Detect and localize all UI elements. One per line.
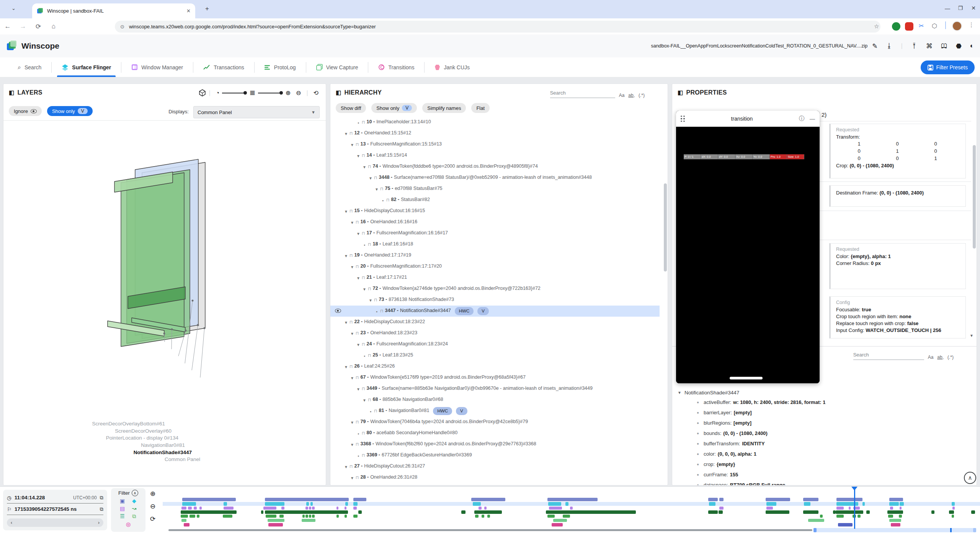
timeline-segment-protolog[interactable] bbox=[353, 515, 358, 518]
transition-overlay-window[interactable]: transition ⓘ — P: 0 / 1dX: 0.0dY: 0.0Xv:… bbox=[676, 111, 820, 383]
layer-label[interactable]: Common Panel bbox=[165, 456, 200, 462]
tree-row[interactable]: ▼⊓12 -OneHanded:15:15#12 bbox=[330, 128, 660, 139]
match-word-icon[interactable]: ab, bbox=[937, 355, 944, 360]
timeline-segment-screen-recording[interactable] bbox=[182, 498, 236, 501]
tab-transactions[interactable]: Transactions bbox=[193, 57, 254, 77]
timeline-segment-protolog[interactable] bbox=[952, 515, 954, 518]
tree-row[interactable]: ●⊓80 -ace6abb SecondaryHomeHandle0#80 bbox=[330, 428, 660, 439]
pin-icon[interactable]: ⊓ bbox=[350, 252, 353, 259]
copy-icon[interactable]: ⧉ bbox=[100, 495, 103, 501]
hierarchy-chip[interactable]: Flat bbox=[471, 103, 490, 113]
tab-transitions[interactable]: Transitions bbox=[368, 57, 424, 77]
timeline-segment-screen-recording[interactable] bbox=[889, 498, 903, 501]
tree-row[interactable]: ▼⊓20 -FullscreenMagnification:17:17#20 bbox=[330, 261, 660, 272]
hierarchy-search[interactable]: Search Aa ab, (.*) bbox=[550, 90, 645, 98]
timeline-segment-transitions[interactable] bbox=[552, 523, 563, 526]
tree-row[interactable]: ▼⊓21 -Leaf:17:17#21 bbox=[330, 272, 660, 283]
timeline-refresh-icon[interactable]: ⟳ bbox=[150, 515, 155, 523]
forward-icon[interactable]: → bbox=[15, 23, 31, 30]
timeline-segment-protolog[interactable] bbox=[836, 515, 844, 518]
timeline-segment-window-manager[interactable] bbox=[181, 507, 186, 510]
expand-arrow-icon[interactable]: ▼ bbox=[350, 219, 355, 226]
timeline-segment-protolog[interactable] bbox=[223, 515, 232, 518]
timeline-segment-protolog[interactable] bbox=[336, 515, 339, 518]
timeline-segment-protolog[interactable] bbox=[197, 515, 199, 518]
info-icon[interactable]: ⓘ bbox=[799, 115, 804, 122]
property-tree-root[interactable]: ▼ NotificationShade#3447 bbox=[672, 387, 977, 397]
tab-jank-cujs[interactable]: Jank CUJs bbox=[425, 57, 480, 77]
expand-arrow-icon[interactable]: ▼ bbox=[362, 163, 367, 171]
regex-icon[interactable]: (.*) bbox=[947, 355, 954, 360]
pin-icon[interactable]: ⊓ bbox=[362, 385, 365, 392]
displays-dropdown[interactable]: Common Panel▼ bbox=[193, 106, 320, 118]
timeline-segment-window-manager[interactable] bbox=[900, 507, 902, 510]
pin-icon[interactable]: ⊓ bbox=[386, 196, 390, 204]
timeline-segment-view-capture[interactable] bbox=[268, 519, 285, 522]
pin-icon[interactable]: ⊓ bbox=[362, 341, 365, 348]
timeline-segment-screen-recording[interactable] bbox=[353, 498, 366, 501]
timeline-segment-transactions[interactable] bbox=[261, 510, 263, 514]
timeline-segment-window-manager[interactable] bbox=[312, 507, 314, 510]
expand-arrow-icon[interactable]: ▼ bbox=[368, 297, 373, 304]
copy-icon[interactable]: ⧉ bbox=[100, 506, 103, 512]
timeline-segment-view-capture[interactable] bbox=[553, 519, 567, 522]
timeline-zoom-in-icon[interactable]: ⊕ bbox=[150, 490, 155, 498]
timeline-segment-window-manager[interactable] bbox=[570, 507, 572, 510]
hierarchy-chip[interactable]: Show diff bbox=[336, 103, 366, 113]
tab-search-chevron-icon[interactable]: ⌄ bbox=[11, 5, 16, 11]
window-minimize-button[interactable]: — bbox=[945, 5, 950, 11]
browser-menu-icon[interactable]: ⋮ bbox=[969, 21, 974, 28]
pin-icon[interactable]: ⊓ bbox=[350, 130, 353, 137]
timeline-segment-screen-recording[interactable] bbox=[766, 498, 790, 501]
timeline-segment-screen-recording[interactable] bbox=[471, 498, 505, 501]
timeline-segment-protolog[interactable] bbox=[345, 515, 347, 518]
screen-recording-icon[interactable]: ▣ bbox=[116, 498, 128, 504]
tree-row[interactable]: ▼⊓74 -WindowToken{fdddbe6 type=2000 andr… bbox=[330, 161, 660, 172]
property-row[interactable]: ●currFrame:155 bbox=[672, 469, 977, 480]
timeline-segment-surface-flinger[interactable] bbox=[565, 502, 568, 506]
timeline-segment-window-manager[interactable] bbox=[336, 507, 338, 510]
timeline-segment-transactions[interactable] bbox=[546, 510, 636, 514]
timeline-segment-surface-flinger[interactable] bbox=[306, 502, 309, 506]
pin-icon[interactable]: ⊓ bbox=[356, 141, 359, 148]
window-manager-icon[interactable]: ▤ bbox=[116, 505, 128, 512]
timeline-segment-transactions[interactable] bbox=[836, 510, 863, 514]
new-tab-button[interactable]: + bbox=[205, 5, 209, 13]
expand-arrow-icon[interactable]: ▼ bbox=[356, 386, 361, 393]
pin-icon[interactable]: ⊓ bbox=[368, 285, 371, 293]
tree-row[interactable]: ▼⊓22 -HideDisplayCutout:18:23#22 bbox=[330, 317, 660, 328]
pin-icon[interactable]: ⊓ bbox=[380, 307, 384, 315]
timeline-segment-protolog[interactable] bbox=[312, 515, 314, 518]
expand-arrow-icon[interactable]: ▼ bbox=[350, 330, 355, 337]
tree-row[interactable]: ▼⊓24 -FullscreenMagnification:18:23#24 bbox=[330, 339, 660, 350]
pin-icon[interactable]: ⊓ bbox=[368, 163, 371, 170]
overlay-header[interactable]: transition ⓘ — bbox=[676, 111, 820, 127]
shortcuts-icon[interactable]: ⌘ bbox=[926, 42, 933, 50]
window-close-button[interactable]: ✕ bbox=[971, 5, 976, 11]
pin-icon[interactable]: ⊓ bbox=[362, 274, 365, 281]
timeline-segment-protolog[interactable] bbox=[563, 515, 570, 518]
timeline-segment-window-manager[interactable] bbox=[766, 507, 773, 510]
timeline-segment-surface-flinger[interactable] bbox=[889, 502, 899, 506]
documentation-icon[interactable]: 🕮 bbox=[941, 42, 947, 50]
site-settings-icon[interactable]: ⊙ bbox=[120, 24, 124, 29]
timeline-segment-transition-active[interactable] bbox=[838, 523, 853, 526]
expand-arrow-icon[interactable]: ▼ bbox=[350, 141, 355, 149]
timeline-segment-surface-flinger[interactable] bbox=[353, 502, 358, 506]
timeline-segment-surface-flinger[interactable] bbox=[862, 502, 865, 506]
layer-label[interactable]: ScreenDecorOverlay#60 bbox=[115, 428, 172, 434]
expand-arrow-icon[interactable]: ▼ bbox=[350, 419, 355, 426]
hierarchy-chip[interactable]: Simplify names bbox=[422, 103, 466, 113]
tree-row[interactable]: ▼⊓67 -WindowToken{e5176f9 type=2019 andr… bbox=[330, 372, 660, 383]
expand-arrow-icon[interactable]: ▼ bbox=[350, 263, 355, 271]
pin-icon[interactable]: ⊓ bbox=[356, 330, 359, 337]
tree-row[interactable]: ▼⊓72 -WindowToken{a2746de type=2040 andr… bbox=[330, 283, 660, 294]
timeline-segment-transactions[interactable] bbox=[833, 510, 835, 514]
tab-surface-flinger[interactable]: Surface Flinger bbox=[52, 57, 121, 77]
timeline-segment-protolog[interactable] bbox=[487, 515, 490, 518]
pin-icon[interactable]: ⊓ bbox=[356, 374, 359, 381]
expand-arrow-icon[interactable]: ▼ bbox=[356, 341, 361, 348]
expand-arrow-icon[interactable]: ▼ bbox=[362, 397, 367, 404]
timeline-segment-window-manager[interactable] bbox=[263, 507, 276, 510]
ns-time-field[interactable]: ⚐ 1715339054227572545 ns ⧉ bbox=[7, 504, 103, 515]
